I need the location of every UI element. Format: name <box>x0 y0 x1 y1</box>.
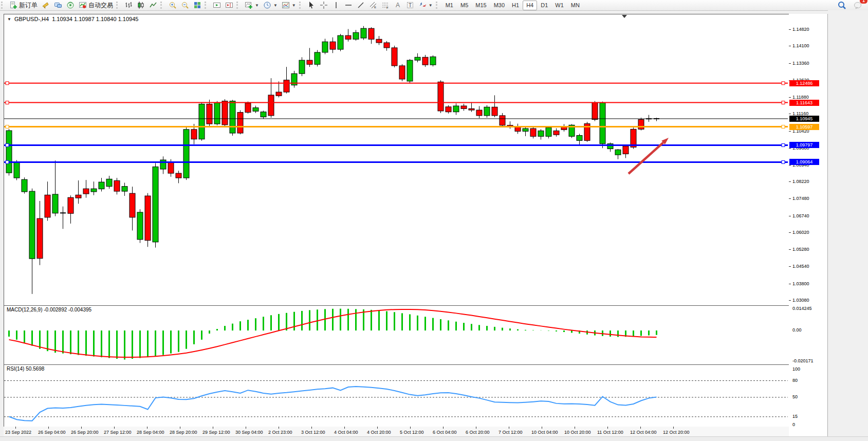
toolbar-grip[interactable] <box>160 2 165 9</box>
candle <box>222 101 228 125</box>
axis-tick <box>789 114 791 114</box>
profiles-button[interactable]: ▼ <box>261 0 280 10</box>
indicators-icon <box>282 1 290 9</box>
price-tick-label: 1.11880 <box>792 95 809 100</box>
candlestick-button[interactable] <box>135 0 147 10</box>
symbol-dropdown-icon[interactable]: ▼ <box>7 17 11 22</box>
axis-tick <box>509 427 509 429</box>
candle <box>199 104 205 139</box>
auto-scroll-button[interactable] <box>211 0 223 10</box>
toolbar-grip[interactable] <box>1 2 6 9</box>
candle <box>469 108 474 110</box>
svg-text:T: T <box>409 3 412 8</box>
candle <box>384 43 390 48</box>
line-handle[interactable] <box>782 143 785 146</box>
rsi-pane[interactable] <box>4 364 789 427</box>
axis-tick <box>789 232 791 233</box>
axis-tick <box>213 427 213 429</box>
price-tick-label: 1.03800 <box>792 281 809 286</box>
symbol-timeframe: GBPUSD-,H4 <box>14 16 49 22</box>
candle <box>130 193 135 217</box>
axis-tick <box>114 427 115 429</box>
price-line-label: 1.12486 <box>789 80 819 86</box>
toolbar-grip[interactable] <box>299 2 304 9</box>
candle <box>453 106 459 112</box>
axis-tick <box>789 97 791 98</box>
line-handle[interactable] <box>782 160 785 163</box>
indicators-button[interactable]: ▼ <box>280 0 298 10</box>
tile-windows-button[interactable] <box>191 0 204 10</box>
candle <box>638 120 644 130</box>
shapes-button[interactable]: ▼ <box>416 0 435 10</box>
line-handle[interactable] <box>782 101 785 104</box>
notification-badge: 1 <box>860 0 867 4</box>
price-tick-label: 1.07480 <box>792 196 809 201</box>
candle <box>615 150 621 155</box>
line-chart-button[interactable] <box>147 0 159 10</box>
horizontal-line-button[interactable] <box>342 0 355 10</box>
axis-tick <box>476 427 476 429</box>
candle <box>345 35 351 39</box>
crosshair-button[interactable] <box>318 0 330 10</box>
tab-h1[interactable]: H1 <box>508 1 523 10</box>
notifications-button[interactable]: 1 <box>852 0 865 10</box>
fibonacci-button[interactable]: F <box>379 0 392 10</box>
rsi-tick-label: 80 <box>792 378 798 383</box>
toolbar-grip[interactable] <box>436 2 441 9</box>
trendline-button[interactable] <box>355 0 367 10</box>
chart-shift-button[interactable] <box>223 0 235 10</box>
macd-pane[interactable] <box>4 305 789 365</box>
chart-shift-icon <box>225 1 233 9</box>
candle <box>407 60 413 81</box>
candle <box>592 103 598 120</box>
price-tick-label: 1.13360 <box>792 61 809 66</box>
tab-h4[interactable]: H4 <box>523 1 537 10</box>
text-button[interactable]: A <box>392 0 404 10</box>
axis-tick <box>789 29 791 30</box>
new-chart-button[interactable]: ▼ <box>243 0 261 10</box>
line-handle[interactable] <box>782 82 785 85</box>
autotrading-button[interactable]: 自动交易 <box>77 0 115 10</box>
toolbar-grip[interactable] <box>205 2 210 9</box>
line-handle[interactable] <box>782 125 785 128</box>
tab-m30[interactable]: M30 <box>490 1 508 10</box>
price-chart-pane[interactable] <box>4 14 789 306</box>
candle <box>476 110 482 116</box>
metaeditor-button[interactable] <box>40 0 52 10</box>
tab-w1[interactable]: W1 <box>551 1 567 10</box>
chart-shift-marker-icon[interactable] <box>622 15 627 18</box>
megaphone-icon <box>42 1 50 9</box>
new-order-button[interactable]: 新订单 <box>7 0 40 10</box>
monitors-icon <box>54 1 62 9</box>
price-tick-label: 1.06020 <box>792 230 809 235</box>
cursor-button[interactable] <box>305 0 318 10</box>
terminal-button[interactable] <box>52 0 64 10</box>
toolbar-grip[interactable] <box>116 2 121 9</box>
zoom-out-button[interactable] <box>179 0 191 10</box>
text-label-button[interactable]: T <box>404 0 416 10</box>
line-handle[interactable] <box>6 143 9 146</box>
zoom-in-button[interactable] <box>167 0 179 10</box>
tab-m1[interactable]: M1 <box>442 1 457 10</box>
tab-m15[interactable]: M15 <box>472 1 490 10</box>
toolbar-grip[interactable] <box>236 2 242 9</box>
line-handle[interactable] <box>6 125 9 128</box>
window-bottom-scrollbar[interactable] <box>0 436 868 441</box>
candle <box>322 42 328 52</box>
channel-button[interactable]: E <box>367 0 379 10</box>
time-tick-label: 7 Oct 12:00 <box>498 430 523 435</box>
autotrading-icon <box>79 1 87 9</box>
search-button[interactable] <box>835 0 848 10</box>
time-tick-label: 5 Oct 12:00 <box>400 430 424 435</box>
signals-button[interactable] <box>64 0 77 10</box>
tab-d1[interactable]: D1 <box>537 1 551 10</box>
line-handle[interactable] <box>6 160 9 163</box>
tab-m5[interactable]: M5 <box>457 1 472 10</box>
bar-chart-button[interactable] <box>122 0 135 10</box>
line-chart-icon <box>149 1 157 9</box>
vertical-line-button[interactable] <box>330 0 342 10</box>
line-handle[interactable] <box>6 101 9 104</box>
tab-mn[interactable]: MN <box>567 1 583 10</box>
candle <box>122 187 127 191</box>
line-handle[interactable] <box>6 82 9 85</box>
